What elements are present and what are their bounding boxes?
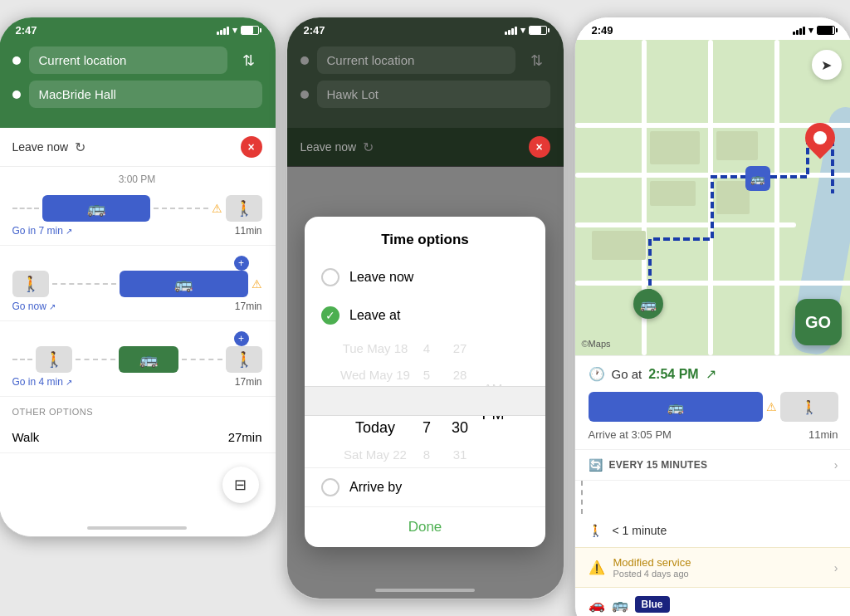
- swap-button[interactable]: ⇅: [236, 47, 262, 74]
- go-fab-button[interactable]: GO: [795, 299, 842, 345]
- picker-ampm-item[interactable]: AM: [476, 374, 510, 401]
- phone2-leave-now-button[interactable]: Leave now: [300, 140, 357, 154]
- picker-day-item[interactable]: Sat May 22: [340, 441, 410, 467]
- repeat-icon: 🔄: [589, 458, 603, 472]
- picker-minute-item[interactable]: 28: [443, 361, 476, 388]
- picker-minute-item[interactable]: 31: [443, 441, 476, 467]
- go-at-row: 🕐 Go at 2:54 PM ↗: [575, 356, 851, 389]
- picker-day-item[interactable]: Wed May 19: [340, 361, 410, 388]
- clock-icon: 🕐: [589, 366, 605, 382]
- modified-subtitle: Posted 4 days ago: [613, 569, 826, 579]
- arrive-by-radio[interactable]: [321, 478, 340, 496]
- every-row[interactable]: 🔄 EVERY 15 MINUTES ›: [575, 449, 851, 481]
- arrive-duration: 11min: [808, 428, 838, 441]
- route2-info-row: Go now ↗ 17min: [12, 301, 262, 312]
- route1-go-text: Go in 7 min ↗: [12, 225, 73, 237]
- picker-minute-selected[interactable]: 30: [443, 414, 476, 441]
- phone2-to-dot: [300, 90, 309, 99]
- leave-at-option[interactable]: ✓ Leave at: [305, 296, 545, 335]
- picker-hour-col[interactable]: 4 5 6 7 8: [410, 335, 443, 467]
- phone1-leave-now-button[interactable]: Leave now: [12, 140, 69, 154]
- picker-day-item[interactable]: Thu May 20: [340, 388, 410, 414]
- phone1-refresh-icon[interactable]: ↻: [75, 139, 85, 155]
- chevron-right-icon: ›: [834, 458, 838, 472]
- phone1-close-button[interactable]: ×: [241, 136, 262, 158]
- nav-arrow-button[interactable]: ➤: [812, 50, 842, 80]
- phone1-header: Current location ⇅ MacBride Hall: [0, 40, 276, 128]
- picker-minute-col[interactable]: 27 28 29 30 31: [443, 335, 476, 467]
- modified-service-row[interactable]: ⚠️ Modified service Posted 4 days ago ›: [575, 547, 851, 588]
- phone2-from-input[interactable]: Current location: [317, 46, 515, 74]
- route2-duration: 17min: [235, 301, 262, 312]
- route1-bar-row: 🚌 ⚠ 🚶: [12, 195, 262, 222]
- phone3-bus-segment: 🚌: [589, 392, 763, 422]
- walk-row[interactable]: Walk 27min: [0, 422, 276, 453]
- route3-add: +: [12, 328, 262, 346]
- phone2-header: Current location ⇅ Hawk Lot: [287, 40, 564, 128]
- phone2-to-input[interactable]: Hawk Lot: [317, 81, 550, 108]
- phone1-time: 2:47: [16, 24, 37, 37]
- leave-at-radio[interactable]: ✓: [321, 306, 340, 325]
- phone2-swap-button[interactable]: ⇅: [524, 47, 550, 74]
- time-picker[interactable]: Tue May 18 Wed May 19 Thu May 20 Today S…: [305, 335, 545, 467]
- picker-day-col[interactable]: Tue May 18 Wed May 19 Thu May 20 Today S…: [340, 335, 410, 467]
- picker-hour-item[interactable]: 5: [410, 361, 443, 388]
- phone2-home-indicator: [287, 582, 564, 599]
- screenshots-container: 2:47 ▾ Current location ⇅: [0, 0, 850, 616]
- picker-hour-item[interactable]: 4: [410, 335, 443, 361]
- phone2-from-dot: [300, 56, 309, 65]
- map-container[interactable]: 🚌 🚌 ➤ ©Maps GO: [575, 40, 851, 355]
- phone2-status-icons: ▾: [505, 25, 547, 36]
- modified-chevron-icon: ›: [834, 561, 838, 574]
- add-circle-icon: +: [234, 256, 249, 271]
- leave-now-option[interactable]: Leave now: [305, 258, 545, 296]
- leave-now-radio[interactable]: [321, 268, 340, 286]
- picker-hour-item[interactable]: 6: [410, 388, 443, 414]
- done-button[interactable]: Done: [408, 519, 442, 535]
- route1-duration: 11min: [235, 225, 262, 237]
- picker-minute-item[interactable]: 29: [443, 388, 476, 414]
- car-icon: 🚗: [589, 597, 605, 613]
- phone3-signal: [793, 27, 805, 35]
- picker-day-selected[interactable]: Today: [340, 414, 410, 441]
- picker-ampm-selected[interactable]: PM: [476, 401, 510, 428]
- blue-tag: Blue: [635, 596, 670, 613]
- phone2-signal: [505, 27, 517, 35]
- picker-day-item[interactable]: Tue May 18: [340, 335, 410, 361]
- phone3-wifi-icon: ▾: [808, 25, 813, 36]
- phone2-from-row: Current location ⇅: [300, 46, 550, 74]
- route2-warning-icon: ⚠: [252, 277, 262, 291]
- from-dot: [12, 56, 21, 65]
- arrive-by-option[interactable]: Arrive by: [305, 468, 545, 506]
- phone1-wifi-icon: ▾: [232, 25, 237, 36]
- route2-bus-segment: 🚌: [120, 271, 248, 297]
- time-options-modal: Time options Leave now ✓ Leave at Tue M: [305, 217, 545, 547]
- picker-hour-item[interactable]: 8: [410, 441, 443, 467]
- from-input[interactable]: Current location: [29, 46, 227, 74]
- phone1-time-label: 3:00 PM: [0, 167, 276, 188]
- picker-hour-selected[interactable]: 7: [410, 414, 443, 441]
- arrive-by-label: Arrive by: [349, 480, 402, 495]
- phone2-close-button[interactable]: ×: [529, 136, 550, 158]
- to-location-row: MacBride Hall: [12, 81, 262, 108]
- phone1-status-bar: 2:47 ▾: [0, 17, 276, 40]
- route-card-1[interactable]: 🚌 ⚠ 🚶 Go in 7 min ↗ 11min: [0, 188, 276, 246]
- start-marker: 🚌: [633, 289, 663, 319]
- leave-at-label: Leave at: [349, 308, 400, 323]
- route-card-2[interactable]: + 🚶 🚌 ⚠ Go now ↗ 17min: [0, 246, 276, 321]
- modified-text-block: Modified service Posted 4 days ago: [613, 556, 826, 579]
- to-input[interactable]: MacBride Hall: [29, 81, 262, 108]
- walk-label: Walk: [12, 430, 40, 444]
- to-dot: [12, 90, 21, 99]
- route-card-3[interactable]: + 🚶 🚌 🚶 Go in 4 min ↗ 17min: [0, 321, 276, 397]
- end-marker: [805, 123, 835, 153]
- leave-now-label: Leave now: [349, 270, 413, 285]
- phone2-time: 2:47: [304, 24, 325, 37]
- route3-walk2-segment: 🚶: [226, 346, 262, 373]
- phone2-refresh-icon[interactable]: ↻: [363, 139, 374, 155]
- picker-minute-item[interactable]: 27: [443, 335, 476, 361]
- picker-ampm-col[interactable]: AM PM: [476, 374, 510, 428]
- phone2-battery: [529, 26, 547, 35]
- filter-fab-button[interactable]: ⊟: [222, 467, 259, 503]
- go-at-label: Go at: [612, 367, 642, 381]
